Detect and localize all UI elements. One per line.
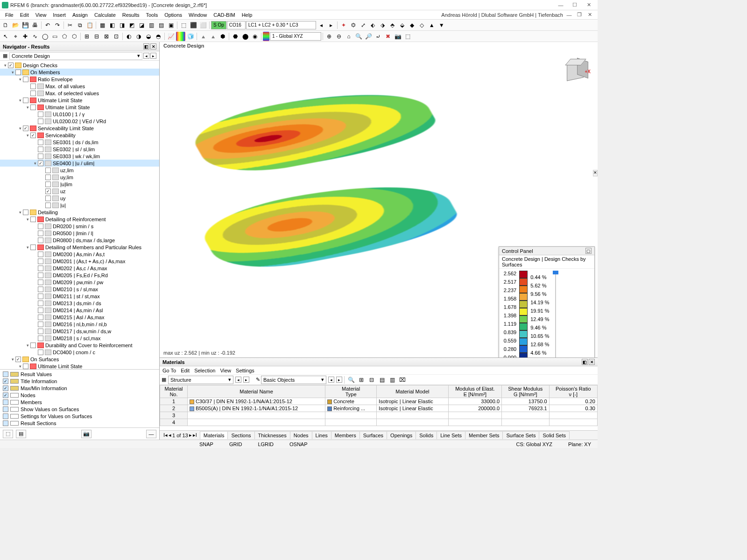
tree-item[interactable]: uz,lim: [0, 167, 159, 174]
tb-b[interactable]: ◨: [117, 21, 127, 30]
menu-window[interactable]: Window: [185, 11, 210, 19]
tb-t[interactable]: ▲: [427, 21, 437, 30]
tb2-cam[interactable]: 📷: [393, 32, 402, 41]
tb-i[interactable]: ⬛: [189, 21, 198, 30]
nav-pin-icon[interactable]: ◧: [143, 43, 149, 49]
redo-icon[interactable]: ↷: [53, 21, 62, 30]
status-osnap[interactable]: OSNAP: [286, 441, 311, 447]
tb2-v[interactable]: ◉: [250, 32, 260, 41]
tree-item[interactable]: Max. of all values: [0, 83, 159, 90]
mat-next2-icon[interactable]: ▸: [336, 377, 342, 383]
mat-menu-settings[interactable]: Settings: [236, 368, 254, 373]
copy-icon[interactable]: ⧉: [75, 21, 85, 30]
table-tab-solid-sets[interactable]: Solid Sets: [539, 431, 570, 439]
table-tab-sections[interactable]: Sections: [227, 431, 254, 439]
tb2-f[interactable]: ▭: [50, 32, 59, 41]
opt-badge[interactable]: S Op: [211, 21, 226, 29]
tb2-r[interactable]: ⟁: [208, 32, 218, 41]
next-lc-icon[interactable]: ▸: [326, 21, 336, 30]
tb2-h[interactable]: ⬡: [70, 32, 79, 41]
option-row[interactable]: Max/Min Information: [0, 385, 159, 392]
nav-bottom-cam[interactable]: 📷: [81, 430, 92, 438]
table-tab-thicknesses[interactable]: Thicknesses: [254, 431, 290, 439]
calc-icon[interactable]: ▦: [98, 21, 107, 30]
tree-item[interactable]: DR0800 | ds,max / ds,large: [0, 237, 159, 244]
menu-results[interactable]: Results: [119, 11, 143, 19]
tb2-j[interactable]: ⊟: [92, 32, 101, 41]
tb2-w[interactable]: ⊕: [324, 32, 334, 41]
basic-objects-combo[interactable]: Basic Objects▾: [261, 376, 326, 384]
menu-assign[interactable]: Assign: [69, 11, 91, 19]
structure-combo[interactable]: Structure▾: [168, 376, 233, 384]
table-tab-solids[interactable]: Solids: [416, 431, 437, 439]
tb-h[interactable]: ⬚: [179, 21, 188, 30]
option-row[interactable]: Settings for Values on Surfaces: [0, 413, 159, 420]
tree-item[interactable]: ▾Detailing of Reinforcement: [0, 216, 159, 223]
mat-tool-c[interactable]: ⊟: [367, 375, 376, 385]
doc-restore-icon[interactable]: ❐: [575, 12, 584, 18]
tree-item[interactable]: ▾SE0400 | |u / ulim|: [0, 160, 159, 167]
mat-menu-go-to[interactable]: Go To: [162, 368, 176, 373]
table-tab-members[interactable]: Members: [331, 431, 360, 439]
tb-l[interactable]: ⯐: [349, 21, 358, 30]
mat-prev-icon[interactable]: ◂: [235, 377, 241, 383]
panel-collapse-icon[interactable]: ✕: [593, 170, 598, 176]
tb2-legend[interactable]: [263, 32, 269, 41]
tb-a[interactable]: ◧: [107, 21, 117, 30]
tree-item[interactable]: DM0216 | nl,b,min / nl,b: [0, 321, 159, 328]
tree-item[interactable]: ▾Ultimate Limit State: [0, 363, 159, 369]
nav-close-icon[interactable]: ✕: [150, 43, 156, 49]
tb-s[interactable]: ◇: [417, 21, 427, 30]
table-tab-surface-sets[interactable]: Surface Sets: [502, 431, 539, 439]
tb2-s[interactable]: ⬢: [218, 32, 227, 41]
nav-bottom-a[interactable]: ⬚: [3, 430, 13, 438]
maximize-button[interactable]: ☐: [568, 0, 582, 10]
tree-item[interactable]: uy: [0, 195, 159, 202]
tree-item[interactable]: ▾Detailing of Members and Particular Rul…: [0, 244, 159, 251]
tree-item[interactable]: ▾Ultimate Limit State: [0, 104, 159, 111]
tree-item[interactable]: DM0205 | Fs,Ed / Fs,Rd: [0, 272, 159, 279]
mat-tool-b[interactable]: ⊞: [357, 375, 366, 385]
table-tab-openings[interactable]: Openings: [387, 431, 416, 439]
status-grid[interactable]: GRID: [226, 441, 246, 447]
table-row[interactable]: 3: [160, 412, 598, 419]
tree-item[interactable]: ▾Durability and Cover to Reinforcement: [0, 342, 159, 349]
option-row[interactable]: Show Values on Surfaces: [0, 406, 159, 413]
tb2-l[interactable]: ⊡: [112, 32, 121, 41]
tree-item[interactable]: DM0214 | As,min / Asl: [0, 307, 159, 314]
tb2-d[interactable]: ∿: [30, 32, 40, 41]
tb2-graph[interactable]: 📈: [166, 32, 176, 41]
nav-next-icon[interactable]: ▸: [150, 53, 156, 59]
tb2-z[interactable]: 🔍: [354, 32, 363, 41]
tb-q[interactable]: ⬙: [398, 21, 407, 30]
table-row[interactable]: 4: [160, 419, 598, 426]
menu-calculate[interactable]: Calculate: [91, 11, 119, 19]
option-row[interactable]: Members: [0, 399, 159, 406]
tree-item[interactable]: SE0301 | ds / ds,lim: [0, 139, 159, 146]
table-tab-lines[interactable]: Lines: [312, 431, 331, 439]
tb-k[interactable]: ✦: [339, 21, 348, 30]
mat-menu-selection[interactable]: Selection: [194, 368, 215, 373]
tb2-aa[interactable]: 🔎: [364, 32, 373, 41]
mat-next-icon[interactable]: ▸: [243, 377, 249, 383]
tb-m[interactable]: ⤢: [359, 21, 368, 30]
table-tab-member-sets[interactable]: Member Sets: [465, 431, 503, 439]
menu-options[interactable]: Options: [161, 11, 185, 19]
cs-combo[interactable]: 1 - Global XYZ: [270, 32, 321, 41]
menu-cad-bim[interactable]: CAD-BIM: [210, 11, 238, 19]
tree-item[interactable]: ▾Serviceability: [0, 132, 159, 139]
viewport-3d[interactable]: +X max uz : 2.562 | min uz : -0.192 Cont…: [160, 50, 598, 357]
load-combo-desc[interactable]: LC1 + LC2 + 0.30 * LC3: [246, 21, 316, 29]
tree-item[interactable]: ▾Design Checks: [0, 62, 159, 69]
table-pager[interactable]: I◂◂ 1 of 13 ▸▸I: [161, 432, 200, 438]
mat-header[interactable]: Material Model: [377, 385, 449, 398]
menu-insert[interactable]: Insert: [49, 11, 69, 19]
mat-prev2-icon[interactable]: ◂: [328, 377, 334, 383]
tb2-3d[interactable]: 🧊: [186, 32, 195, 41]
tree-item[interactable]: DM0210 | s / sl,max: [0, 286, 159, 293]
tb2-cc[interactable]: ⬚: [403, 32, 412, 41]
status-lgrid[interactable]: LGRID: [254, 441, 277, 447]
tree-item[interactable]: UL0200.02 | VEd / VRd: [0, 118, 159, 125]
orientation-cube[interactable]: +X: [563, 59, 589, 85]
option-row[interactable]: Result Values: [0, 371, 159, 378]
